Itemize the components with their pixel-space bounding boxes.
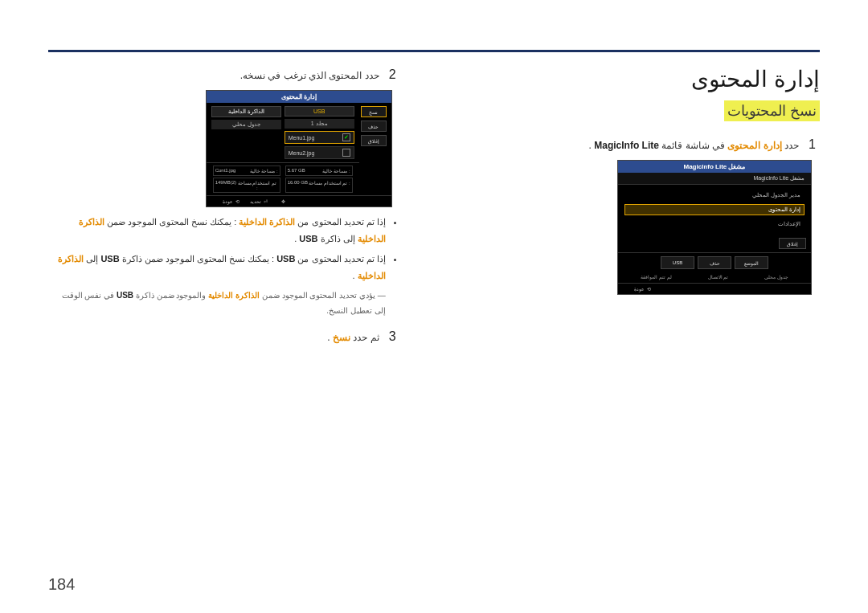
panel2-used2-lbl: تم استخدام مساحة : [236, 180, 278, 190]
panel1-foot-back[interactable]: عودة [634, 286, 651, 292]
panel2-used2: 149MB(2) تم استخدام مساحة : [213, 178, 280, 193]
panel1-btn-row: الموضع حذف USB [618, 252, 811, 272]
n2-t2: : يمكنك نسخ المحتوى الموجود ضمن ذاكرة [120, 254, 274, 264]
n1-a1: الذاكرة الداخلية [239, 217, 295, 227]
page-title: إدارة المحتوى [429, 66, 820, 92]
panel2-cols: USB مجلد 1 Menu1.jpg ✓ Menu2.jpg [207, 103, 359, 162]
step-3-number: 3 [389, 329, 400, 345]
step3-accent: نسخ [333, 332, 350, 343]
panel2-used-val: 16.00 GB [288, 180, 308, 190]
panel2-usb-sub: مجلد 1 [285, 119, 354, 129]
panel2-foot: تحديد عودة [207, 195, 391, 206]
panel2-file1-name: Menu1.jpg [289, 135, 315, 141]
n3-a: الذاكرة الداخلية [208, 291, 260, 300]
panel1-labels: جدول محلي تم الاتصال لم تتم الموافقة [618, 272, 811, 283]
n1-t1: إذا تم تحديد المحتوى من [295, 217, 385, 227]
left-column: 2 حدد المحتوى الذي ترغب في نسخه. إدارة ا… [48, 63, 400, 352]
n3-t1: يؤدي تحديد المحتوى الموجود ضمن [260, 291, 375, 300]
panel2-copy-button[interactable]: نسخ [361, 106, 387, 117]
panel1-btn-position[interactable]: الموضع [735, 256, 768, 269]
panel2-col-internal: الذاكرة الداخلية جدول محلي [211, 106, 281, 159]
checkbox-icon[interactable]: ✓ [342, 133, 350, 141]
n2-t1: إذا تم تحديد المحتوى من [295, 254, 385, 264]
content-columns: إدارة المحتوى نسخ المحتويات 1 حدد إدارة … [48, 63, 820, 352]
n1-t3: إلى ذاكرة [318, 234, 355, 243]
panel2-used2-val: 149MB(2) [215, 180, 236, 190]
step1-suffix: . [589, 140, 592, 151]
panel2-side-buttons: نسخ حذف إغلاق [359, 103, 391, 149]
panel2-free: 5.67 GB مساحة خالية : [285, 166, 353, 176]
step-2-number: 2 [389, 67, 400, 84]
page-number: 184 [48, 575, 75, 594]
panel2-internal-sub: جدول محلي [211, 120, 281, 129]
panel2-free2-val: Cont1.jpg [215, 168, 236, 174]
panel1-btn-delete[interactable]: حذف [698, 256, 731, 269]
panel1-foot: عودة [618, 283, 811, 294]
n1-b: USB [299, 234, 317, 243]
panel2-usb-hdr[interactable]: USB [285, 106, 354, 116]
panel2-close-button[interactable]: إغلاق [361, 135, 387, 146]
n2-b2: USB [100, 254, 119, 264]
n3-dash: ― [378, 291, 386, 300]
panel1-sub: مشغل MagicInfo Lite [618, 173, 811, 185]
panel2-col-usb: USB مجلد 1 Menu1.jpg ✓ Menu2.jpg [285, 106, 354, 159]
n2-b1: USB [276, 254, 295, 264]
panel1-item-scheduler[interactable]: مدير الجدول المحلي [624, 190, 805, 201]
panel1-btn-usb[interactable]: USB [661, 256, 694, 269]
section-title: نسخ المحتويات [724, 100, 820, 121]
panel2-free2-lbl: مساحة خالية : [250, 168, 278, 174]
step-3: 3 ثم حدد نسخ . [48, 329, 400, 345]
panel2-file-2[interactable]: Menu2.jpg [285, 146, 354, 159]
panel2-free-lbl: مساحة خالية : [322, 168, 350, 174]
checkbox-icon[interactable] [342, 149, 350, 157]
panel2-used: 16.00 GB تم استخدام مساحة : [285, 178, 353, 193]
panel2-free-val: 5.67 GB [288, 168, 305, 174]
panel1-lbl2: تم الاتصال [708, 274, 729, 280]
panel1-item-content-manager[interactable]: إدارة المحتوى [624, 204, 805, 215]
panel2-file-1[interactable]: Menu1.jpg ✓ [285, 131, 354, 144]
panel-content-manager: إدارة المحتوى نسخ حذف إغلاق USB مجلد 1 [206, 90, 392, 207]
note-2: إذا تم تحديد المحتوى من USB : يمكنك نسخ … [48, 251, 386, 284]
note-3: ― يؤدي تحديد المحتوى الموجود ضمن الذاكرة… [48, 288, 386, 318]
panel2-title: إدارة المحتوى [207, 91, 391, 103]
step-1: 1 حدد إدارة المحتوى في شاشة قائمة MagicI… [429, 137, 820, 153]
panel2-free2: Cont1.jpg مساحة خالية : [213, 166, 280, 176]
step1-bold: MagicInfo Lite [594, 140, 659, 151]
step1-accent: إدارة المحتوى [727, 140, 781, 151]
n3-t2: والموجود ضمن ذاكرة [133, 291, 206, 300]
step1-prefix: حدد [782, 140, 799, 151]
panel-magicinfo-lite: مشغل MagicInfo Lite مشغل MagicInfo Lite … [617, 160, 812, 295]
n3-b: USB [117, 291, 133, 300]
step3-suffix: . [327, 332, 330, 343]
step3-prefix: ثم حدد [350, 332, 379, 343]
n2-t3: إلى [84, 254, 98, 264]
panel2-foot-back[interactable]: عودة [223, 198, 240, 204]
panel1-lbl1: جدول محلي [764, 274, 788, 280]
step-1-text: حدد إدارة المحتوى في شاشة قائمة MagicInf… [589, 137, 799, 153]
n1-t4: . [294, 234, 297, 243]
top-rule [48, 50, 820, 52]
step1-mid: في شاشة قائمة [659, 140, 725, 151]
n2-t4: . [353, 271, 355, 280]
panel2-foot-select[interactable]: تحديد [250, 198, 268, 204]
right-column: إدارة المحتوى نسخ المحتويات 1 حدد إدارة … [429, 63, 820, 352]
panel2-foot-move-icon[interactable] [279, 198, 285, 204]
panel2-delete-button[interactable]: حذف [361, 121, 387, 132]
panel2-internal-hdr[interactable]: الذاكرة الداخلية [211, 106, 281, 117]
n1-t2: : يمكنك نسخ المحتوى الموجود ضمن [104, 217, 236, 227]
panel1-side: إغلاق [618, 235, 811, 252]
step-1-number: 1 [809, 137, 820, 153]
panel1-title: مشغل MagicInfo Lite [618, 161, 811, 173]
panel1-close-button[interactable]: إغلاق [779, 238, 806, 249]
panel2-used-lbl: تم استخدام مساحة : [309, 180, 350, 190]
panel1-menu: مدير الجدول المحلي إدارة المحتوى الإعداد… [618, 185, 811, 235]
panel2-file2-name: Menu2.jpg [289, 150, 315, 156]
step-2: 2 حدد المحتوى الذي ترغب في نسخه. [48, 67, 400, 84]
panel2-meta: 5.67 GB مساحة خالية : Cont1.jpg مساحة خا… [207, 162, 359, 195]
panel1-item-settings[interactable]: الإعدادات [624, 219, 805, 230]
step-3-text: ثم حدد نسخ . [327, 329, 379, 345]
panel1-lbl3: لم تتم الموافقة [641, 274, 671, 280]
notes-list: إذا تم تحديد المحتوى من الذاكرة الداخلية… [48, 214, 400, 318]
note-1: إذا تم تحديد المحتوى من الذاكرة الداخلية… [48, 214, 386, 247]
step-2-text: حدد المحتوى الذي ترغب في نسخه. [240, 67, 379, 84]
